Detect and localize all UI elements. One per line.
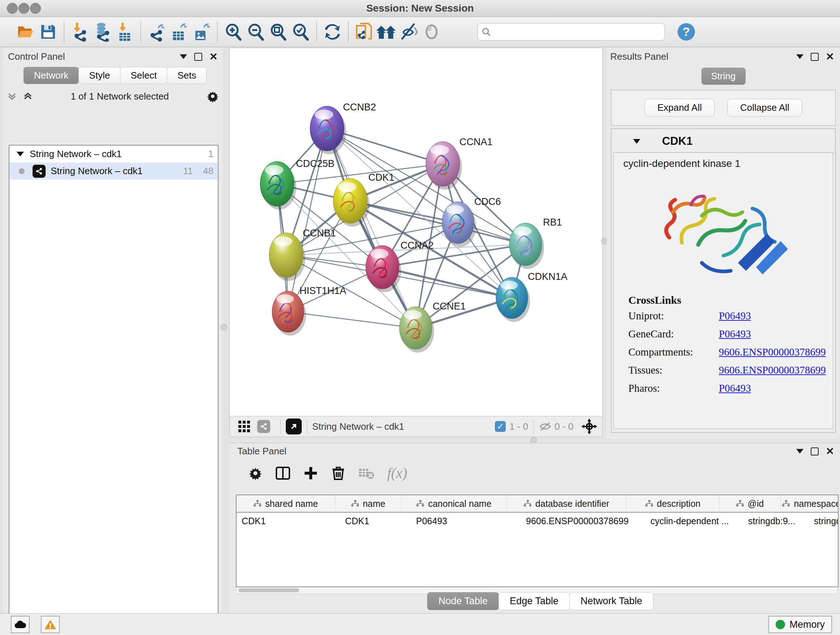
network-node-cdc6[interactable]: CDC6 xyxy=(442,196,501,247)
save-session-icon[interactable] xyxy=(37,21,59,43)
grid-view-icon[interactable] xyxy=(237,419,251,434)
network-node-rb1[interactable]: RB1 xyxy=(509,217,562,269)
export-network-icon[interactable] xyxy=(145,21,168,43)
tab-node-table[interactable]: Node Table xyxy=(427,592,499,610)
clear-table-icon[interactable] xyxy=(358,466,375,480)
network-edge[interactable] xyxy=(288,128,327,312)
crosslink-link[interactable]: P06493 xyxy=(719,328,751,340)
network-edge[interactable] xyxy=(327,128,416,328)
add-column-icon[interactable] xyxy=(303,466,318,481)
panel-menu-icon[interactable] xyxy=(180,54,187,59)
table-cell[interactable]: 9606.ENSP00000378699 xyxy=(521,513,645,529)
close-panel-icon[interactable]: ✕ xyxy=(826,445,834,457)
collapse-gene-icon[interactable] xyxy=(633,139,640,144)
show-panel-icon[interactable] xyxy=(420,21,443,43)
table-cell[interactable]: stringdb:9... xyxy=(743,513,809,529)
column-header-database-identifier[interactable]: database identifier xyxy=(507,495,627,512)
gene-card-header[interactable]: CDK1 xyxy=(611,129,835,152)
hidden-eye-icon[interactable] xyxy=(538,421,552,432)
import-network-file-icon[interactable] xyxy=(69,21,91,43)
crosslink-link[interactable]: P06493 xyxy=(719,310,751,322)
network-row[interactable]: String Network – cdk1 11 48 xyxy=(9,163,218,180)
panel-menu-icon[interactable] xyxy=(796,449,804,454)
left-splitter-handle[interactable] xyxy=(221,324,227,331)
collapse-all-icon[interactable] xyxy=(6,91,17,102)
detach-view-icon[interactable] xyxy=(286,418,302,434)
crosslink-link[interactable]: 9606.ENSP00000378699 xyxy=(719,364,826,376)
collapse-all-button[interactable]: Collapse All xyxy=(728,99,802,117)
tab-network[interactable]: Network xyxy=(24,67,79,84)
open-session-icon[interactable] xyxy=(14,21,37,43)
column-header-name[interactable]: name xyxy=(335,495,401,512)
expand-all-button[interactable]: Expand All xyxy=(645,99,714,117)
zoom-fit-icon[interactable] xyxy=(267,21,289,43)
memory-button[interactable]: Memory xyxy=(768,616,832,633)
function-builder-icon[interactable]: f(x) xyxy=(387,464,407,481)
scrollbar-thumb[interactable] xyxy=(238,588,299,592)
cloud-button[interactable] xyxy=(11,616,30,633)
export-table-icon[interactable] xyxy=(168,21,190,43)
zoom-in-icon[interactable] xyxy=(222,21,245,43)
column-header--id[interactable]: @id xyxy=(720,495,781,512)
float-panel-icon[interactable] xyxy=(811,53,819,61)
network-collection-row[interactable]: String Network – cdk1 1 xyxy=(9,146,218,163)
refresh-layout-icon[interactable] xyxy=(321,21,344,43)
split-columns-icon[interactable] xyxy=(275,465,291,481)
float-panel-icon[interactable] xyxy=(194,53,202,61)
tab-style[interactable]: Style xyxy=(79,67,120,84)
hide-panels-icon[interactable] xyxy=(398,21,420,43)
network-node-cdkn1a[interactable]: CDKN1A xyxy=(496,271,568,322)
locate-network-icon[interactable] xyxy=(581,418,598,435)
network-node-ccnb2[interactable]: CCNB2 xyxy=(310,102,376,154)
network-options-gear-icon[interactable] xyxy=(206,90,219,103)
column-header-namespace[interactable]: namespace xyxy=(781,495,838,512)
tab-select[interactable]: Select xyxy=(120,67,167,84)
clone-network-icon[interactable] xyxy=(353,21,376,43)
crosslink-link[interactable]: P06493 xyxy=(719,382,751,394)
network-view[interactable]: CCNB2CCNA1CDC25BCDK1CDC6RB1CCNB1CCNA2CDK… xyxy=(229,48,603,416)
network-edge[interactable] xyxy=(382,267,512,298)
help-icon[interactable]: ? xyxy=(675,21,698,43)
network-node-cdc25b[interactable]: CDC25B xyxy=(260,158,335,210)
expand-all-icon[interactable] xyxy=(22,91,33,102)
column-header-shared-name[interactable]: shared name xyxy=(237,495,335,512)
delete-column-icon[interactable] xyxy=(331,466,346,481)
network-node-ccnb1[interactable]: CCNB1 xyxy=(269,228,336,281)
selected-checkbox-icon[interactable]: ✓ xyxy=(495,421,506,432)
search-input[interactable] xyxy=(491,27,661,37)
table-cell[interactable]: P06493 xyxy=(411,513,521,529)
node-label-ccnb1: CCNB1 xyxy=(303,228,336,239)
tab-string[interactable]: String xyxy=(701,68,745,85)
crosslink-link[interactable]: 9606.ENSP00000378699 xyxy=(719,346,826,358)
network-thumbnail-icon[interactable] xyxy=(257,420,270,433)
tab-edge-table[interactable]: Edge Table xyxy=(499,592,570,610)
import-network-database-icon[interactable] xyxy=(91,21,114,43)
close-panel-icon[interactable]: ✕ xyxy=(826,51,834,63)
warning-button[interactable] xyxy=(41,616,60,633)
network-node-hist1h1a[interactable]: HIST1H1A xyxy=(272,285,346,336)
zoom-selected-icon[interactable] xyxy=(289,21,312,43)
table-cell[interactable]: CDK1 xyxy=(340,513,411,529)
table-cell[interactable]: stringdb xyxy=(809,513,838,529)
import-table-icon[interactable] xyxy=(114,21,136,43)
export-image-icon[interactable] xyxy=(190,21,213,43)
float-panel-icon[interactable] xyxy=(811,448,819,455)
tab-network-table[interactable]: Network Table xyxy=(569,592,654,610)
network-edge[interactable] xyxy=(288,312,416,328)
panel-menu-icon[interactable] xyxy=(796,54,804,59)
search-field[interactable] xyxy=(477,23,665,41)
table-gear-icon[interactable] xyxy=(248,466,263,480)
network-node-ccne1[interactable]: CCNE1 xyxy=(399,301,466,353)
table-cell[interactable]: cyclin-dependent ... xyxy=(645,513,743,529)
network-label: String Network – cdk1 xyxy=(51,165,142,177)
column-header-canonical-name[interactable]: canonical name xyxy=(401,495,507,512)
zoom-out-icon[interactable] xyxy=(245,21,267,43)
table-cell[interactable]: CDK1 xyxy=(237,513,340,529)
tab-sets[interactable]: Sets xyxy=(167,67,207,84)
network-node-ccna1[interactable]: CCNA1 xyxy=(426,136,493,190)
network-node-cdk1[interactable]: CDK1 xyxy=(333,172,394,226)
close-panel-icon[interactable]: ✕ xyxy=(210,51,218,63)
string-home-icon[interactable] xyxy=(376,21,398,43)
collection-expand-icon[interactable] xyxy=(17,152,24,157)
column-header-description[interactable]: description xyxy=(627,495,720,512)
